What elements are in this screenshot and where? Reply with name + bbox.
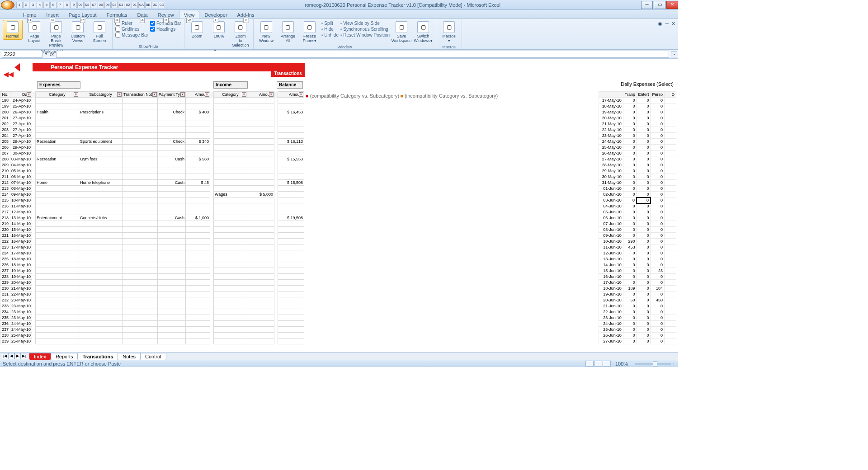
checkbox-gridlines[interactable]: Gridlines (115, 27, 148, 32)
daily-row[interactable]: 17-May-10000 (599, 98, 676, 103)
filter-icon[interactable]: ▾ (180, 92, 185, 97)
col-header[interactable]: Amount▾ (186, 92, 210, 98)
table-row[interactable]: 22116-May-10 (0, 233, 304, 239)
qat-button[interactable]: 0A (138, 2, 145, 8)
table-row[interactable]: 21914-May-10 (0, 221, 304, 227)
sheet-tab-reports[interactable]: Reports (51, 353, 78, 360)
table-row[interactable]: 23825-May-10 (0, 333, 304, 338)
daily-row[interactable]: 07-Jun-10000 (599, 221, 676, 227)
page-layout-button[interactable]: ▢PageLayout (24, 20, 44, 44)
table-row[interactable]: 21510-May-10 (0, 197, 304, 203)
daily-row[interactable]: 06-Jun-10000 (599, 215, 676, 221)
checkbox-headings[interactable]: Headings (150, 27, 181, 32)
office-button[interactable] (1, 0, 14, 9)
col-header[interactable]: Amount▾ (278, 92, 304, 98)
qat-button[interactable]: 07 (91, 2, 97, 8)
daily-row[interactable]: 18-Jun-101890184 (599, 286, 676, 291)
table-row[interactable]: 22518-May-10 (0, 256, 304, 262)
view-side-by-side-button[interactable]: ▫ View Side by Side (340, 21, 390, 26)
daily-row[interactable]: 17-Jun-10000 (599, 280, 676, 286)
daily-row[interactable]: 22-Jun-10000 (599, 309, 676, 315)
close-button[interactable]: ✕ (666, 1, 678, 9)
daily-row[interactable]: 19-Jun-10000 (599, 291, 676, 297)
daily-expenses-table[interactable]: TranşEntertPersoD 17-May-1000018-May-100… (599, 91, 676, 344)
qat-button[interactable]: 03 (118, 2, 124, 8)
full-screen-button[interactable]: ▢FullScreen (90, 20, 109, 44)
switch-windows--button[interactable]: ▢SwitchWindows▾ (413, 20, 433, 44)
qat-button[interactable]: 06 (98, 2, 104, 8)
daily-row[interactable]: 27-Jun-10000 (599, 338, 676, 344)
ribbon-tab-insert[interactable]: InsertN (41, 11, 64, 19)
daily-row[interactable]: 18-May-10000 (599, 103, 676, 109)
table-row[interactable]: 22317-May-10 (0, 244, 304, 250)
table-row[interactable]: 19824-Apr-10 (0, 98, 304, 103)
col-header[interactable]: Amount▾ (247, 92, 274, 98)
qat-button[interactable]: 9 (71, 2, 77, 8)
view-page-break-button[interactable] (603, 361, 611, 367)
table-row[interactable]: 23423-May-10 (0, 309, 304, 315)
hide-button[interactable]: ▫ Hide (321, 27, 339, 32)
zoom-slider[interactable] (635, 363, 671, 365)
daily-row[interactable]: 11-Jun-1045300 (599, 244, 676, 250)
name-box[interactable] (2, 51, 42, 58)
minimize-button[interactable]: ─ (641, 1, 653, 9)
custom-views-button[interactable]: ▢CustomViews (68, 20, 88, 44)
new-window-button[interactable]: ▢NewWindow (256, 20, 276, 44)
sheet-tab-notes[interactable]: Notes (118, 353, 141, 360)
table-row[interactable]: 22618-May-10 (0, 262, 304, 268)
daily-row[interactable]: 28-May-10000 (599, 162, 676, 168)
tab-nav-first[interactable]: |◀ (2, 353, 8, 359)
table-row[interactable]: 19925-Apr-10 (0, 103, 304, 109)
tab-nav-last[interactable]: ▶| (21, 353, 27, 359)
table-row[interactable]: 20904-May-10 (0, 162, 304, 168)
qat-button[interactable]: 4 (37, 2, 43, 8)
daily-row[interactable]: 02-Jun-10000 (599, 192, 676, 197)
sheet-tab-control[interactable]: Control (140, 353, 166, 360)
col-header[interactable]: Date▾ (10, 92, 32, 98)
table-row[interactable]: 23925-May-10 (0, 338, 304, 344)
qat-button[interactable]: 0C (152, 2, 158, 8)
table-row[interactable]: 20629-Apr-10 (0, 145, 304, 150)
col-header[interactable]: Category▾ (36, 92, 79, 98)
col-header[interactable]: Category▾ (214, 92, 247, 98)
daily-row[interactable]: 26-May-10000 (599, 150, 676, 156)
filter-icon[interactable]: ▾ (269, 92, 274, 97)
qat-button[interactable]: 1 (16, 2, 23, 8)
arrange-all-button[interactable]: ▢ArrangeAll (278, 20, 298, 44)
col-header[interactable]: Payment Type▾ (157, 92, 185, 98)
formula-expand-icon[interactable]: ⌄ (671, 51, 677, 57)
daily-row[interactable]: 27-May-10000 (599, 156, 676, 162)
table-row[interactable]: 21712-May-10 (0, 209, 304, 215)
daily-row[interactable]: 03-Jun-10000 (599, 197, 676, 203)
ribbon-tab-view[interactable]: ViewW (179, 11, 200, 19)
table-row[interactable]: 20427-Apr-10 (0, 133, 304, 139)
normal-button[interactable]: ▢Normal (3, 20, 23, 40)
table-row[interactable]: 20327-Apr-10 (0, 127, 304, 133)
daily-row[interactable]: 24-May-10000 (599, 139, 676, 145)
ribbon-tab-formulas[interactable]: FormulasM (102, 11, 132, 19)
daily-row[interactable]: 16-Jun-10000 (599, 274, 676, 280)
daily-col-header[interactable]: Entert (637, 92, 651, 98)
daily-row[interactable]: 29-May-10000 (599, 168, 676, 174)
col-header[interactable]: Transaction Notes▾ (123, 92, 158, 98)
table-row[interactable]: 21106-May-10 (0, 174, 304, 180)
table-row[interactable]: 22920-May-10 (0, 280, 304, 286)
daily-col-header[interactable]: Tranş (623, 92, 637, 98)
table-row[interactable]: 21005-May-10 (0, 168, 304, 174)
daily-col-header[interactable]: Perso (651, 92, 665, 98)
qat-button[interactable]: 01 (132, 2, 138, 8)
reset-window-position-button[interactable]: ▫ Reset Window Position (340, 33, 390, 38)
daily-col-header[interactable]: D (665, 92, 676, 98)
qat-button[interactable]: 0D (159, 2, 165, 8)
daily-row[interactable]: 09-Jun-10000 (599, 233, 676, 239)
view-normal-button[interactable] (585, 361, 594, 367)
table-row[interactable]: 23223-May-10 (0, 297, 304, 303)
fx-icon[interactable]: fx (48, 52, 56, 57)
table-row[interactable]: 20026-Apr-10HealthPrescriptionsCheck$ 40… (0, 109, 304, 115)
table-row[interactable]: 23724-May-10 (0, 327, 304, 333)
qat-button[interactable]: 5 (43, 2, 50, 8)
zoom-level[interactable]: 100% (615, 361, 628, 367)
ribbon-tab-review[interactable]: ReviewR (153, 11, 179, 19)
table-row[interactable]: 20529-Apr-10RecreationSports equipmentCh… (0, 139, 304, 145)
filter-icon[interactable]: ▾ (152, 92, 157, 97)
